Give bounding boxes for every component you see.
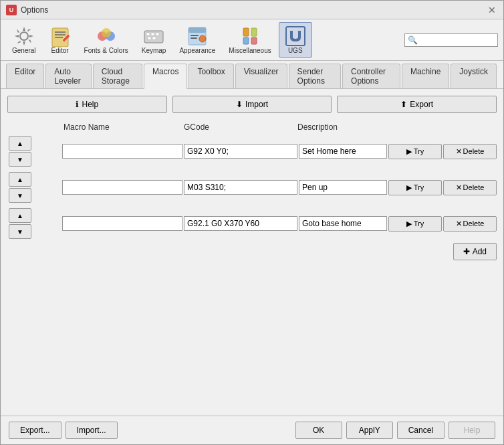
row1-delete-button[interactable]: ✕ Delete (443, 144, 497, 159)
row3-down-button[interactable]: ▼ (9, 224, 31, 239)
fonts-colors-label: Fonts & Colors (84, 47, 128, 54)
toolbar: General Editor (1, 19, 503, 61)
help-icon: ℹ (76, 100, 79, 109)
row2-try-icon: ▶ (406, 183, 412, 192)
toolbar-appearance[interactable]: Appearance (173, 22, 221, 58)
add-button[interactable]: ✚ Add (453, 243, 497, 260)
tab-joystick[interactable]: Joystick (451, 64, 497, 88)
close-button[interactable]: ✕ (486, 4, 498, 16)
search-box[interactable]: 🔍 (404, 33, 498, 47)
search-input[interactable] (418, 35, 498, 45)
row2-up-button[interactable]: ▲ (9, 172, 31, 187)
row3-gcode-input[interactable] (184, 216, 297, 231)
toolbar-fonts-colors[interactable]: Fonts & Colors (78, 22, 134, 58)
tab-editor[interactable]: Editor (6, 64, 44, 88)
svg-rect-10 (151, 33, 154, 35)
row1-delete-icon: ✕ (456, 147, 462, 156)
row1-try-button[interactable]: ▶ Try (388, 144, 442, 159)
bottom-right-buttons: OK ApplY Cancel Help (295, 422, 495, 439)
tab-toolbox[interactable]: Toolbox (188, 64, 233, 88)
cancel-button[interactable]: Cancel (397, 422, 445, 439)
toolbar-miscellaneous[interactable]: Miscellaneous (223, 22, 277, 58)
row1-try-label: Try (414, 147, 424, 155)
export-button[interactable]: ⬆ Export (337, 96, 497, 113)
row2-description-input[interactable] (299, 180, 387, 195)
add-label: Add (473, 247, 487, 256)
svg-rect-21 (243, 37, 249, 44)
apply-button[interactable]: ApplY (346, 422, 393, 439)
table-row: ▲ ▼ ▶ Try ✕ Delete (7, 207, 497, 240)
svg-rect-15 (188, 27, 206, 33)
row2-gcode-input[interactable] (184, 180, 297, 195)
table-row: ▲ ▼ ▶ Try ✕ Delete (7, 171, 497, 204)
title-bar: U Options ✕ (1, 1, 503, 19)
content-area: ℹ Help ⬇ Import ⬆ Export Macro Name GCod… (1, 89, 503, 416)
row2-delete-button[interactable]: ✕ Delete (443, 180, 497, 195)
tab-visualizer[interactable]: Visualizer (235, 64, 287, 88)
window-title: Options (21, 5, 48, 15)
row1-description-input[interactable] (299, 144, 387, 159)
svg-rect-13 (152, 37, 156, 39)
row1-gcode-input[interactable] (184, 144, 297, 159)
header-description: Description (295, 121, 390, 133)
row1-up-button[interactable]: ▲ (9, 136, 31, 151)
tab-machine[interactable]: Machine (402, 64, 449, 88)
row3-try-button[interactable]: ▶ Try (388, 216, 442, 232)
table-row: ▲ ▼ ▶ Try ✕ Delete (7, 135, 497, 168)
tab-macros[interactable]: Macros (144, 64, 187, 89)
row2-move-buttons: ▲ ▼ (7, 171, 61, 204)
toolbar-editor[interactable]: Editor (43, 22, 77, 58)
row3-up-button[interactable]: ▲ (9, 208, 31, 223)
svg-rect-22 (251, 37, 257, 44)
action-bar: ℹ Help ⬇ Import ⬆ Export (7, 96, 497, 113)
ugs-icon (285, 25, 306, 47)
tab-cloud-storage[interactable]: Cloud Storage (93, 64, 142, 88)
import-icon: ⬇ (236, 100, 243, 109)
keymap-label: Keymap (142, 47, 166, 54)
row3-delete-button[interactable]: ✕ Delete (443, 216, 497, 232)
svg-rect-12 (148, 37, 151, 39)
svg-rect-9 (146, 33, 150, 35)
general-label: General (12, 47, 36, 54)
svg-point-7 (102, 28, 111, 37)
add-section: ✚ Add (7, 243, 497, 260)
svg-point-16 (199, 35, 206, 42)
miscellaneous-label: Miscellaneous (229, 47, 271, 54)
row3-try-icon: ▶ (406, 219, 412, 228)
help-label: Help (82, 100, 98, 109)
keymap-icon (143, 25, 164, 47)
help-button[interactable]: ℹ Help (7, 96, 167, 113)
svg-rect-11 (156, 33, 159, 35)
export-label: Export (410, 100, 433, 109)
svg-rect-23 (286, 27, 305, 46)
search-icon: 🔍 (408, 35, 418, 45)
svg-rect-17 (191, 35, 199, 36)
row1-macro-name-input[interactable] (62, 144, 182, 159)
toolbar-keymap[interactable]: Keymap (136, 22, 172, 58)
row1-delete-label: Delete (463, 147, 485, 155)
row2-down-button[interactable]: ▼ (9, 188, 31, 203)
row3-description-input[interactable] (299, 216, 387, 231)
row1-down-button[interactable]: ▼ (9, 152, 31, 167)
add-icon: ✚ (463, 247, 470, 256)
toolbar-general[interactable]: General (6, 22, 42, 58)
header-gcode: GCode (181, 121, 295, 133)
import-button[interactable]: ⬇ Import (172, 96, 332, 113)
toolbar-ugs[interactable]: UGS (279, 22, 312, 58)
miscellaneous-icon (239, 25, 261, 47)
row3-macro-name-input[interactable] (62, 216, 182, 231)
appearance-label: Appearance (179, 47, 215, 54)
ok-button[interactable]: OK (295, 422, 342, 439)
tabs-bar: Editor Auto Leveler Cloud Storage Macros… (1, 61, 503, 89)
tab-auto-leveler[interactable]: Auto Leveler (45, 64, 91, 88)
help-bottom-button: Help (449, 422, 495, 439)
editor-label: Editor (51, 47, 69, 54)
row2-delete-icon: ✕ (456, 183, 462, 192)
tab-sender-options[interactable]: Sender Options (289, 64, 341, 88)
bottom-import-button[interactable]: Import... (66, 422, 118, 439)
bottom-left-buttons: Export... Import... (9, 422, 118, 439)
row2-macro-name-input[interactable] (62, 180, 182, 195)
row2-try-button[interactable]: ▶ Try (388, 180, 442, 195)
bottom-export-button[interactable]: Export... (9, 422, 61, 439)
tab-controller-options[interactable]: Controller Options (342, 64, 400, 88)
